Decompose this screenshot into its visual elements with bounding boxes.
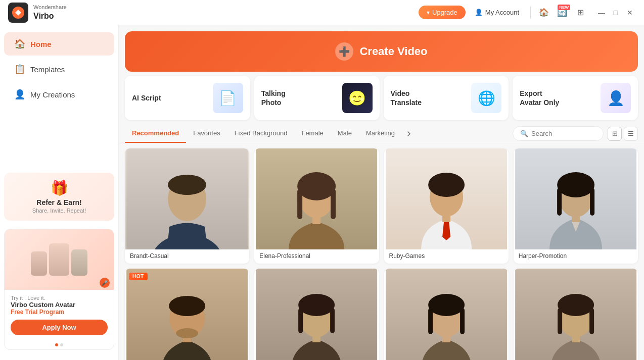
talking-photo-label: Talking Photo bbox=[261, 89, 302, 107]
svg-point-26 bbox=[169, 296, 205, 316]
svg-point-19 bbox=[557, 172, 594, 197]
tab-male[interactable]: Male bbox=[331, 124, 359, 143]
create-banner-inner: ➕ Create Video bbox=[335, 42, 427, 61]
titlebar-right: Upgrade 👤 My Account 🏠 🔄 NEW ⊞ — □ ✕ bbox=[419, 6, 636, 20]
feature-card-export-avatar[interactable]: Export Avatar Only 👤 bbox=[513, 76, 638, 120]
refresh-icon[interactable]: 🔄 NEW bbox=[555, 6, 569, 20]
svg-rect-32 bbox=[330, 308, 335, 333]
dot-indicators bbox=[5, 340, 114, 349]
home-nav-icon: 🏠 bbox=[14, 38, 25, 49]
custom-avatar-title: Virbo Custom Avatar bbox=[11, 301, 108, 308]
refer-title: Refer & Earn! bbox=[11, 198, 107, 207]
dot-1 bbox=[55, 343, 58, 346]
window-controls: — □ ✕ bbox=[595, 7, 636, 19]
tab-marketing[interactable]: Marketing bbox=[359, 124, 402, 143]
grid-view-button[interactable]: ⊞ bbox=[608, 127, 622, 141]
avatar-card-row2-4[interactable] bbox=[514, 269, 638, 360]
svg-rect-44 bbox=[589, 308, 594, 334]
create-icon: ➕ bbox=[335, 42, 353, 61]
refer-card[interactable]: 🎁 Refer & Earn! Share, Invite, Repeat! bbox=[4, 173, 114, 221]
feature-cards: AI Script 📄 Talking Photo 😊 Video Transl… bbox=[125, 76, 638, 120]
avatar-image-brandt bbox=[125, 148, 249, 249]
refer-subtitle: Share, Invite, Repeat! bbox=[11, 208, 107, 214]
svg-rect-43 bbox=[558, 308, 562, 334]
sidebar-item-home[interactable]: 🏠 Home bbox=[4, 32, 114, 56]
avatar-card-brandt[interactable]: Brandt-Casual bbox=[125, 148, 249, 264]
svg-point-36 bbox=[428, 294, 465, 316]
video-translate-image: 🌐 bbox=[471, 83, 501, 113]
titlebar-left: Wondershare Virbo bbox=[8, 3, 67, 23]
minimize-button[interactable]: — bbox=[595, 7, 608, 19]
search-input[interactable] bbox=[531, 130, 596, 137]
restore-button[interactable]: □ bbox=[610, 7, 622, 19]
tab-fixed-background[interactable]: Fixed Background bbox=[227, 124, 295, 143]
avatar-image-harper bbox=[514, 148, 638, 249]
svg-rect-10 bbox=[297, 189, 302, 219]
avatar-card-row2-3[interactable] bbox=[384, 269, 509, 360]
svg-point-42 bbox=[558, 294, 594, 316]
svg-rect-37 bbox=[428, 308, 433, 334]
svg-rect-21 bbox=[590, 188, 594, 216]
grid-icon[interactable]: ⊞ bbox=[573, 6, 587, 20]
avatar-image-elena bbox=[254, 148, 379, 249]
titlebar: Wondershare Virbo Upgrade 👤 My Account 🏠… bbox=[0, 0, 644, 25]
create-video-label: Create Video bbox=[359, 45, 427, 58]
tab-recommended[interactable]: Recommended bbox=[125, 124, 186, 143]
account-icon: 👤 bbox=[475, 9, 483, 16]
account-label: My Account bbox=[485, 9, 519, 16]
sidebar: 🏠 Home 📋 Templates 👤 My Creations 🎁 Refe… bbox=[0, 25, 119, 360]
avatar-image-row2-2 bbox=[254, 269, 379, 360]
apply-now-button[interactable]: Apply Now bbox=[11, 320, 108, 335]
sidebar-item-my-creations[interactable]: 👤 My Creations bbox=[4, 83, 114, 106]
avatar-card-row2-1[interactable]: HOT bbox=[125, 269, 249, 360]
avatars-container: Brandt-Casual bbox=[119, 143, 644, 360]
svg-rect-31 bbox=[298, 308, 303, 333]
feature-card-talking-photo[interactable]: Talking Photo 😊 bbox=[254, 76, 380, 120]
refer-emoji: 🎁 bbox=[11, 180, 107, 196]
custom-avatar-try-label: Try it , Love it. bbox=[11, 295, 108, 301]
svg-point-30 bbox=[298, 294, 335, 316]
svg-point-9 bbox=[297, 172, 336, 200]
avatar-card-row2-2[interactable] bbox=[254, 269, 379, 360]
custom-avatar-free-label: Free Trial Program bbox=[11, 308, 108, 316]
account-button[interactable]: 👤 My Account bbox=[470, 6, 524, 19]
talking-photo-image: 😊 bbox=[342, 83, 373, 113]
tabs-area: Recommended Favorites Fixed Background F… bbox=[119, 124, 644, 143]
list-view-button[interactable]: ☰ bbox=[624, 127, 638, 141]
sidebar-item-templates[interactable]: 📋 Templates bbox=[4, 58, 114, 81]
avatar-card-harper[interactable]: Harper-Promotion bbox=[514, 148, 638, 264]
feature-card-video-translate[interactable]: Video Translate 🌐 bbox=[384, 76, 509, 120]
templates-nav-icon: 📋 bbox=[14, 64, 25, 75]
new-badge: NEW bbox=[558, 5, 570, 10]
tab-female[interactable]: Female bbox=[294, 124, 330, 143]
divider bbox=[530, 7, 531, 19]
ai-script-label: AI Script bbox=[132, 93, 161, 102]
sidebar-label-templates: Templates bbox=[30, 65, 65, 74]
upgrade-button[interactable]: Upgrade bbox=[419, 6, 466, 19]
avatar-name-ruby: Ruby-Games bbox=[384, 249, 509, 264]
export-avatar-label: Export Avatar Only bbox=[520, 89, 560, 107]
app-logo bbox=[8, 3, 28, 23]
close-button[interactable]: ✕ bbox=[624, 7, 636, 19]
avatar-name-harper: Harper-Promotion bbox=[514, 249, 638, 264]
avatars-grid: Brandt-Casual bbox=[125, 148, 638, 360]
hot-badge-row2-1: HOT bbox=[129, 273, 148, 280]
svg-rect-38 bbox=[460, 308, 465, 334]
avatar-image-ruby bbox=[384, 148, 509, 249]
svg-point-15 bbox=[428, 173, 465, 197]
feature-card-ai-script[interactable]: AI Script 📄 bbox=[125, 76, 250, 120]
svg-rect-11 bbox=[331, 189, 336, 219]
tab-favorites[interactable]: Favorites bbox=[186, 124, 227, 143]
svg-point-5 bbox=[168, 175, 206, 195]
tabs-more-button[interactable] bbox=[402, 127, 416, 141]
home-icon[interactable]: 🏠 bbox=[537, 6, 551, 20]
create-video-banner[interactable]: ➕ Create Video bbox=[125, 31, 638, 72]
view-toggle: ⊞ ☰ bbox=[608, 127, 638, 141]
my-creations-nav-icon: 👤 bbox=[14, 89, 25, 100]
custom-avatar-content: Try it , Love it. Virbo Custom Avatar Fr… bbox=[5, 290, 114, 340]
avatar-card-ruby[interactable]: Ruby-Games bbox=[384, 148, 509, 264]
sidebar-label-my-creations: My Creations bbox=[30, 90, 75, 99]
main-layout: 🏠 Home 📋 Templates 👤 My Creations 🎁 Refe… bbox=[0, 25, 644, 360]
avatar-name-elena: Elena-Professional bbox=[254, 249, 379, 264]
avatar-card-elena[interactable]: Elena-Professional bbox=[254, 148, 379, 264]
